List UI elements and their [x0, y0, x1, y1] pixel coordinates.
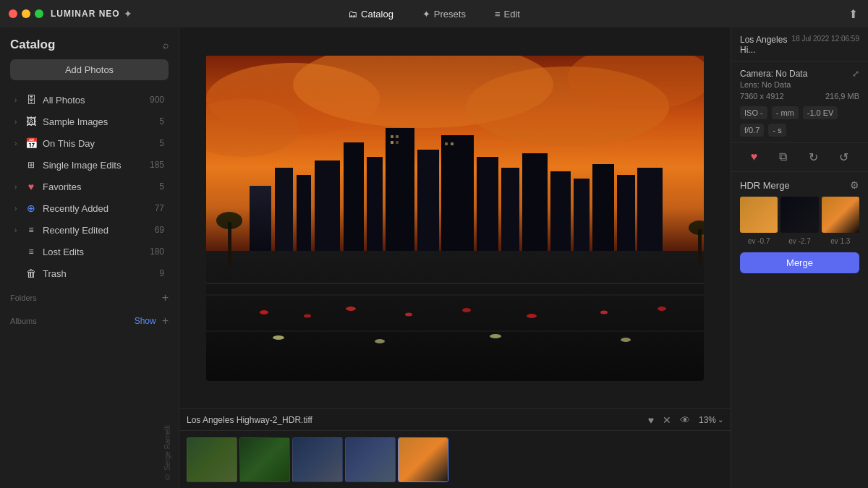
sidebar-item-lost-edits[interactable]: › ≡ Lost Edits 180	[4, 241, 174, 262]
zoom-value: 13%	[699, 415, 716, 425]
share-action-icon[interactable]: ↻	[809, 150, 818, 164]
thumb-image-3	[293, 438, 342, 481]
chevron-icon: ›	[14, 96, 22, 104]
sidebar: Catalog ⌕ Add Photos › 🗄 All Photos 900 …	[0, 27, 179, 488]
svg-point-38	[600, 310, 608, 314]
tab-edit[interactable]: ≡ Edit	[489, 6, 526, 22]
hdr-thumb-1[interactable]	[740, 197, 778, 233]
thumb-image-2	[240, 438, 289, 481]
svg-rect-27	[445, 142, 448, 145]
hdr-ev-3: ev 1.3	[822, 237, 859, 245]
svg-point-41	[375, 339, 385, 343]
chevron-icon: ›	[14, 118, 22, 126]
sidebar-item-recently-added[interactable]: › ⊕ Recently Added 77	[4, 198, 174, 218]
svg-rect-26	[396, 141, 399, 144]
favorite-icon[interactable]: ♥	[648, 414, 654, 426]
add-album-icon[interactable]: +	[162, 314, 169, 328]
trash-label: Trash	[43, 268, 159, 279]
favorites-count: 5	[159, 181, 164, 192]
zoom-chevron-icon: ⌄	[718, 416, 723, 424]
trash-count: 9	[159, 268, 164, 278]
close-button[interactable]	[9, 9, 17, 18]
hdr-title: HDR Merge	[740, 180, 790, 191]
chevron-icon: ›	[14, 140, 22, 147]
svg-rect-24	[396, 135, 399, 138]
title-bar: LUMINAR NEO ✦ 🗂 Catalog ✦ Presets ≡ Edit…	[0, 0, 868, 27]
filmstrip-thumb-3[interactable]	[292, 437, 343, 482]
sidebar-item-single-image-edits[interactable]: › ⊞ Single Image Edits 185	[4, 155, 174, 175]
search-icon[interactable]: ⌕	[163, 39, 169, 51]
thumb-image-1	[187, 438, 237, 481]
zoom-control[interactable]: 13% ⌄	[699, 415, 723, 425]
maximize-button[interactable]	[35, 9, 43, 18]
hdr-thumb-3[interactable]	[822, 197, 859, 233]
svg-rect-20	[592, 164, 614, 258]
remove-icon[interactable]: ✕	[663, 414, 671, 426]
sidebar-item-all-photos[interactable]: › 🗄 All Photos 900	[4, 90, 174, 110]
share-icon[interactable]: ⬆	[848, 8, 858, 20]
sidebar-watermark: © Serge Ramelli	[0, 418, 179, 488]
add-photos-button[interactable]: Add Photos	[10, 59, 169, 80]
svg-point-32	[260, 310, 268, 314]
svg-rect-18	[550, 171, 571, 258]
photo-area: Los Angeles Highway-2_HDR.tiff ♥ ✕ 👁 13%…	[179, 27, 731, 488]
hdr-merge-button[interactable]: Merge	[740, 252, 859, 273]
chevron-icon: ›	[14, 226, 22, 234]
expand-icon[interactable]: ⤢	[852, 69, 859, 79]
copy-action-icon[interactable]: ⧉	[779, 150, 787, 164]
all-photos-count: 900	[150, 95, 164, 105]
tab-presets[interactable]: ✦ Presets	[417, 6, 472, 22]
filmstrip-thumb-4[interactable]	[345, 437, 396, 482]
add-folder-icon[interactable]: +	[162, 291, 169, 304]
hdr-settings-icon[interactable]: ⚙	[850, 179, 859, 191]
main-photo[interactable]	[206, 56, 704, 381]
title-bar-tabs: 🗂 Catalog ✦ Presets ≡ Edit	[342, 6, 526, 22]
filmstrip-thumb-2[interactable]	[239, 437, 290, 482]
hdr-thumb-2[interactable]	[780, 197, 818, 233]
sidebar-item-favorites[interactable]: › ♥ Favorites 5	[4, 176, 174, 197]
exif-iso: ISO -	[740, 106, 767, 119]
svg-rect-19	[574, 179, 590, 258]
sidebar-item-recently-edited[interactable]: › ≡ Recently Edited 69	[4, 220, 174, 240]
svg-rect-9	[315, 160, 340, 258]
tab-catalog-label: Catalog	[361, 9, 393, 20]
like-action-icon[interactable]: ♥	[751, 150, 758, 164]
albums-show-link[interactable]: Show	[135, 316, 156, 326]
sidebar-header: Catalog ⌕	[0, 33, 179, 59]
eye-icon[interactable]: 👁	[680, 414, 690, 426]
svg-rect-11	[367, 157, 383, 258]
camera-label-row: Camera: No Data ⤢	[740, 69, 859, 79]
svg-rect-15	[477, 157, 498, 258]
svg-rect-49	[206, 283, 704, 284]
sidebar-item-on-this-day[interactable]: › 📅 On This Day 5	[4, 133, 174, 153]
more-action-icon[interactable]: ↺	[839, 150, 848, 164]
sidebar-item-sample-images[interactable]: › 🖼 Sample Images 5	[4, 111, 174, 132]
on-this-day-count: 5	[159, 138, 164, 148]
svg-rect-30	[206, 294, 704, 296]
sample-images-icon: 🖼	[25, 115, 38, 128]
photo-filesize: 216,9 MB	[825, 92, 859, 100]
svg-point-39	[658, 307, 666, 311]
photo-filename: Los Angeles Highway-2_HDR.tiff	[187, 415, 312, 425]
folders-section-header: Folders +	[0, 284, 179, 307]
lost-edits-count: 180	[150, 247, 164, 257]
sidebar-item-trash[interactable]: › 🗑 Trash 9	[4, 263, 174, 283]
filmstrip-thumb-1[interactable]	[187, 437, 237, 482]
svg-rect-14	[441, 135, 474, 258]
app-logo: LUMINAR NEO ✦	[51, 8, 132, 20]
catalog-icon: 🗂	[348, 9, 357, 20]
photo-dimensions: 7360 x 4912	[740, 92, 784, 100]
svg-rect-7	[275, 168, 293, 258]
minimize-button[interactable]	[22, 9, 30, 18]
recently-added-label: Recently Added	[43, 203, 155, 214]
trash-icon: 🗑	[25, 267, 38, 280]
hdr-ev-1: ev -0.7	[740, 237, 778, 245]
presets-icon: ✦	[422, 9, 430, 20]
chevron-icon: ›	[14, 183, 22, 191]
svg-rect-16	[501, 168, 519, 258]
filmstrip-thumb-5[interactable]	[398, 437, 448, 482]
panel-photo-info: Los Angeles Hi... 18 Jul 2022 12:06:59	[731, 27, 868, 61]
tab-catalog[interactable]: 🗂 Catalog	[342, 6, 399, 22]
camera-dims: 7360 x 4912 216,9 MB	[740, 92, 859, 100]
recently-edited-icon: ≡	[25, 223, 38, 236]
